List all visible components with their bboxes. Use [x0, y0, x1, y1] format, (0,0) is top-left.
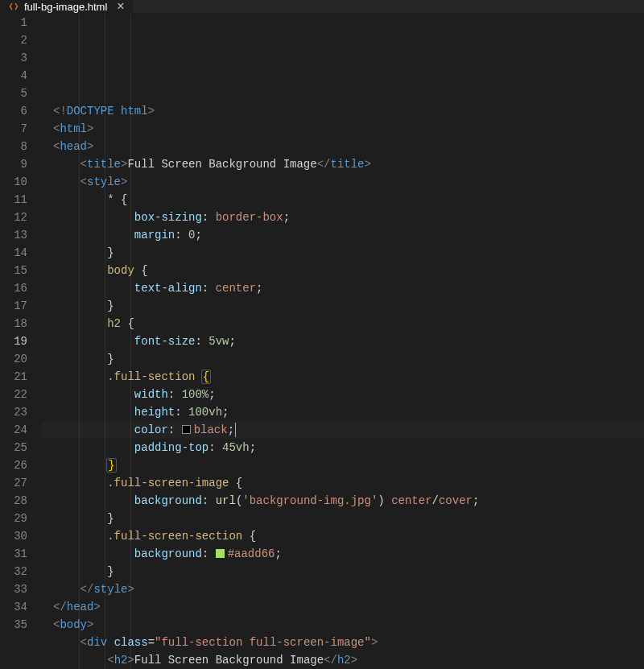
code-line[interactable]: <h2>Full Screen Background Image</h2> [42, 651, 644, 669]
line-number: 29 [0, 510, 27, 527]
code-line[interactable]: background: url('background-img.jpg') ce… [42, 492, 644, 510]
code-line[interactable]: color: black; [42, 421, 644, 439]
color-swatch [182, 425, 191, 434]
line-number: 33 [0, 580, 27, 598]
line-number: 25 [0, 439, 27, 456]
code-line[interactable]: } [42, 456, 644, 474]
line-number: 9 [0, 155, 27, 173]
code-line[interactable]: .full-section { [42, 368, 644, 386]
code-line[interactable]: background: #aadd66; [42, 545, 644, 563]
code-line[interactable]: <head> [42, 138, 644, 155]
line-number: 20 [0, 350, 27, 368]
line-number: 31 [0, 545, 27, 563]
line-number: 1 [0, 14, 27, 31]
line-number: 4 [0, 67, 27, 85]
code-line[interactable]: body { [42, 262, 644, 279]
code-line[interactable]: text-align: center; [42, 279, 644, 297]
code-line[interactable]: <html> [42, 120, 644, 138]
line-number: 28 [0, 492, 27, 510]
code-line[interactable]: height: 100vh; [42, 403, 644, 421]
line-number: 26 [0, 456, 27, 474]
line-number: 23 [0, 403, 27, 421]
code-line[interactable]: h2 { [42, 315, 644, 332]
code-line[interactable]: width: 100%; [42, 386, 644, 403]
line-number: 34 [0, 598, 27, 616]
line-number: 2 [0, 31, 27, 49]
line-number: 35 [0, 616, 27, 634]
line-number: 21 [0, 368, 27, 386]
code-line[interactable]: <body> [42, 616, 644, 634]
code-line[interactable]: <title>Full Screen Background Image</tit… [42, 155, 644, 173]
line-number: 16 [0, 279, 27, 297]
code-line[interactable]: <!DOCTYPE html> [42, 102, 644, 120]
line-number: 18 [0, 315, 27, 332]
code-line[interactable]: } [42, 563, 644, 580]
code-content[interactable]: <!DOCTYPE html><html><head> <title>Full … [42, 14, 644, 669]
code-editor[interactable]: 1234567891011121314151617181920212223242… [0, 14, 644, 669]
file-html-icon [8, 1, 19, 12]
color-swatch [216, 549, 225, 558]
active-tab[interactable]: full-bg-image.html × [0, 0, 134, 13]
code-line[interactable]: padding-top: 45vh; [42, 439, 644, 456]
line-number: 13 [0, 226, 27, 244]
code-line[interactable]: margin: 0; [42, 226, 644, 244]
line-number: 12 [0, 209, 27, 226]
code-line[interactable]: <style> [42, 173, 644, 191]
line-number: 5 [0, 85, 27, 102]
line-number: 22 [0, 386, 27, 403]
code-line[interactable]: } [42, 244, 644, 262]
line-number: 8 [0, 138, 27, 155]
close-icon[interactable]: × [117, 0, 124, 13]
line-number: 19 [0, 332, 27, 350]
line-number: 15 [0, 262, 27, 279]
code-line[interactable]: .full-screen-section { [42, 527, 644, 545]
code-line[interactable]: </style> [42, 580, 644, 598]
code-line[interactable]: .full-screen-image { [42, 474, 644, 492]
code-line[interactable]: * { [42, 191, 644, 209]
text-cursor [235, 423, 236, 437]
line-number: 32 [0, 563, 27, 580]
code-line[interactable]: font-size: 5vw; [42, 332, 644, 350]
line-number: 27 [0, 474, 27, 492]
tab-filename: full-bg-image.html [24, 1, 107, 13]
code-line[interactable]: } [42, 297, 644, 315]
line-number: 6 [0, 102, 27, 120]
line-number: 11 [0, 191, 27, 209]
code-line[interactable]: box-sizing: border-box; [42, 209, 644, 226]
line-number: 14 [0, 244, 27, 262]
tab-bar: full-bg-image.html × [0, 0, 644, 14]
line-number-gutter: 1234567891011121314151617181920212223242… [0, 14, 42, 669]
line-number: 7 [0, 120, 27, 138]
code-line[interactable]: </head> [42, 598, 644, 616]
line-number: 3 [0, 49, 27, 67]
line-number: 30 [0, 527, 27, 545]
line-number: 10 [0, 173, 27, 191]
code-line[interactable]: } [42, 350, 644, 368]
line-number: 17 [0, 297, 27, 315]
code-line[interactable]: } [42, 510, 644, 527]
line-number: 24 [0, 421, 27, 439]
code-line[interactable]: <div class="full-section full-screen-ima… [42, 634, 644, 651]
